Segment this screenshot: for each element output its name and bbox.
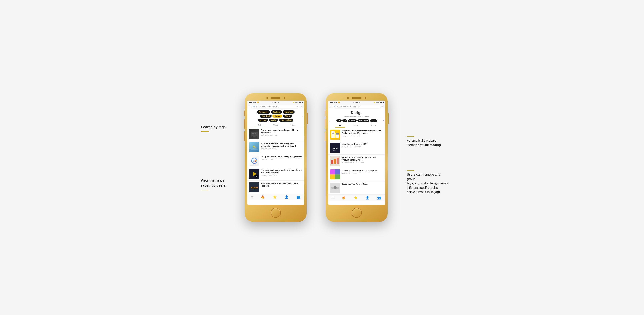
tab-photo-right[interactable]: Photo [365,123,381,128]
tag-fashion[interactable]: Fashion [271,110,282,114]
back-button-right[interactable]: < [330,105,332,108]
search-input-right[interactable]: 🔍 ✕ [332,105,380,108]
phone-speaker-r [352,97,362,99]
battery-pct-left: 49% [295,102,298,103]
article-info-r2: Logo Design Trends of 2017 Design Shack … [342,143,383,148]
tag-technology[interactable]: Technology [257,110,270,114]
article-list-right: Blogs vs. Online Magazines: Differences … [328,128,385,194]
battery-pct-right: 49% [376,102,379,103]
tab-all-left[interactable]: All [251,123,268,127]
status-bar-right: ●●●○ WIK 📶 9:49 AM ⚡ 49% [328,101,385,104]
search-input-left[interactable]: 🔍 ✕ [252,105,300,108]
article-info: Google's Search App Is Getting a Big Upd… [261,156,302,160]
article-info: The traditional sports world is taking e… [261,169,302,176]
settings-icon-left[interactable]: ⚙ [300,105,303,108]
tags-arrow-left[interactable]: ‹ [248,115,250,118]
play-icon: ▶ [255,175,258,178]
article-meta-r1: Designmodo · Jul 19, 2017 [342,135,383,137]
article-item[interactable]: Cargo wants to put a vending machine in … [247,127,304,141]
phone-right-screen: ●●●○ WIK 📶 9:49 AM ⚡ 49% < [328,101,385,205]
search-field-left[interactable] [256,106,296,108]
tags-arrow-design-right[interactable]: › [383,119,384,122]
bluetooth-left: ⚡ [293,102,295,103]
search-clear-right[interactable]: ✕ [378,106,379,108]
phone-speaker [271,97,280,99]
article-title: A surfer turned mechanical engineer inve… [261,142,302,147]
bluetooth-right: ⚡ [374,102,376,103]
nav-user-left[interactable]: 👤 [284,195,288,199]
tag-design[interactable]: Design [272,115,282,118]
tag-newproduct[interactable]: New Product [279,119,294,122]
svg-text:FARMS: FARMS [332,150,336,151]
tab-video-right[interactable]: Video [348,123,365,128]
article-info-r3: Monitoring User Experience Through Produ… [342,156,383,163]
article-item-r2[interactable]: LOGO FARMS Logo Design Trends of 2017 De… [328,141,385,155]
home-button-right[interactable] [352,208,362,218]
main-scene: Search by tags View the newssaved by use… [8,82,636,233]
tag-music[interactable]: Music [283,115,292,118]
article-item-r5[interactable]: Designing The Perfect Slider [328,181,385,194]
tag-books[interactable]: Books [269,119,278,122]
nav-star-left[interactable]: ⭐ [273,195,277,199]
time-right: 9:49 AM [354,101,360,103]
search-field-right[interactable] [337,106,377,108]
search-bar-right: < 🔍 ✕ ⚙ [328,104,385,109]
tags-arrow-right[interactable]: › [302,115,304,118]
article-title: Google's Search App Is Getting a Big Upd… [261,156,302,158]
tab-photo-left[interactable]: Photo [284,123,300,127]
article-item-r4[interactable]: Essential Color Tools for UX Designers M… [328,168,385,181]
tab-all-right[interactable]: All [332,123,348,128]
tag-coolstaff[interactable]: Cool Staff [260,115,272,118]
svg-rect-34 [330,169,335,174]
phone-right: ●●●○ WIK 📶 9:49 AM ⚡ 49% < [326,93,388,222]
tab-bar-right: All Video Photo [328,123,385,128]
time-left: 9:49 AM [272,101,279,103]
tags-section-left: ‹ Technology Fashion Marketing Cool Staf… [247,109,304,123]
svg-text:o: o [256,160,257,162]
nav-star-right[interactable]: ⭐ [354,196,358,199]
tag-marketing[interactable]: Marketing [283,110,295,114]
wifi-icon-left: 📶 [257,102,259,103]
tag-typography[interactable]: Typography [358,119,369,122]
article-item[interactable]: amzn If Amazon Wants to Reinvent Messagi… [247,181,304,194]
nav-users-right[interactable]: 👥 [377,196,381,199]
article-thumb-esports: ▶ [249,169,259,179]
tab-video-left[interactable]: Video [268,123,284,127]
article-item[interactable]: ▶ The traditional sports world is taking… [247,167,304,181]
article-item-r1[interactable]: Blogs vs. Online Magazines: Differences … [328,128,385,141]
svg-point-3 [252,136,253,138]
home-button-left[interactable] [271,208,281,218]
settings-icon-right[interactable]: ⚙ [382,105,384,108]
back-button-left[interactable]: < [249,105,250,108]
article-item-r3[interactable]: Monitoring User Experience Through Produ… [328,155,385,168]
article-item[interactable]: A surfer turned mechanical engineer inve… [247,141,304,154]
nav-menu-left[interactable]: ≡ [251,195,253,199]
article-item[interactable]: G o o Google's Search App Is Getting a B… [247,154,304,167]
tag-ui[interactable]: UI [342,119,347,122]
tags-scroll-left: Technology Fashion Marketing Cool Staff … [250,110,301,122]
article-meta-r4: Medium · Jul 18, 2017 [342,173,383,174]
carrier-left: ●●●○ WIK [249,102,256,103]
search-clear-left[interactable]: ✕ [296,106,298,108]
svg-rect-23 [336,133,338,134]
annotation-auto-prepare: Automatically preparethem for offline re… [407,139,449,147]
nav-user-right[interactable]: 👤 [366,196,370,199]
nav-fire-left[interactable]: 🔥 [261,195,265,199]
nav-fire-right[interactable]: 🔥 [342,196,346,199]
phone-left: ●●●○ WIK 📶 9:49 AM ⚡ 49% < [245,93,306,222]
svg-rect-30 [334,159,336,164]
bottom-nav-left: ≡ 🔥 ⭐ 👤 👥 [247,194,304,200]
nav-users-left[interactable]: 👥 [296,195,300,199]
tags-row-1: Technology Fashion Marketing [250,110,301,114]
svg-rect-37 [335,174,340,179]
tag-ux[interactable]: UX [336,119,342,122]
tags-arrow-design-left[interactable]: ‹ [329,119,331,122]
svg-rect-29 [331,160,333,164]
tags-row-3: Movies Books New Product [250,119,301,122]
tag-product[interactable]: Product [348,119,357,122]
tags-row-2: Cool Staff Design Music [250,115,301,118]
phone-camera-r [347,97,349,99]
tag-logo[interactable]: Logo [370,119,377,122]
tag-movies[interactable]: Movies [258,119,268,122]
nav-menu-right[interactable]: ≡ [332,196,334,199]
